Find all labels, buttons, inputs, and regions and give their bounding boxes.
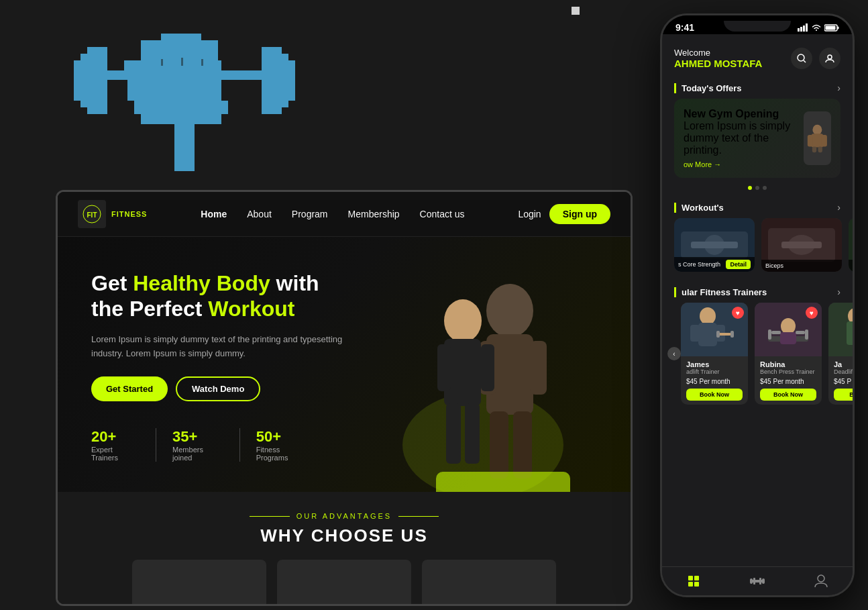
- svg-line-44: [804, 60, 806, 62]
- svg-point-73: [781, 318, 796, 334]
- trainer-rubina-book-btn[interactable]: Book Now: [760, 389, 816, 401]
- trainers-section-header: ular Fitness Trainers ›: [662, 281, 853, 303]
- trainer-card-ja[interactable]: Ja Deadlif $45 P Boo: [828, 303, 853, 405]
- status-time: 9:41: [675, 22, 694, 33]
- trainer-james-book-btn[interactable]: Book Now: [686, 389, 743, 401]
- stat-programs-label: Fitness Programs: [256, 446, 312, 462]
- offer-banner[interactable]: New Gym Opening Lorem Ipsum is simply du…: [674, 99, 840, 178]
- adv-card-3: [422, 560, 556, 604]
- offer-title: New Gym Opening: [684, 108, 804, 120]
- svg-rect-38: [803, 26, 805, 32]
- svg-rect-19: [174, 124, 195, 171]
- laptop-screen: FIT FITNESS Home About Program Membershi…: [58, 192, 631, 604]
- svg-point-43: [798, 54, 804, 61]
- svg-rect-76: [796, 331, 805, 334]
- offer-cta[interactable]: ow More →: [684, 160, 804, 168]
- workout-card-2[interactable]: Biceps: [761, 218, 842, 272]
- trainer-card-james[interactable]: ♥ James adlift Trainer $45 Per month Boo…: [681, 303, 748, 405]
- svg-rect-88: [762, 578, 765, 584]
- nav-logo: FIT FITNESS: [78, 200, 147, 228]
- trainer-james-role: adlift Trainer: [686, 368, 743, 375]
- phone-greeting: Welcome AHMED MOSTAFA: [674, 48, 762, 69]
- nav-links: Home About Program Membership Contact us: [201, 209, 464, 219]
- svg-rect-48: [808, 134, 813, 146]
- workouts-chevron[interactable]: ›: [837, 202, 840, 213]
- svg-rect-18: [201, 59, 203, 66]
- svg-rect-8: [161, 34, 181, 60]
- decorative-square: [572, 7, 580, 15]
- workout-nav-icon: [750, 574, 765, 589]
- watch-demo-button[interactable]: Watch Demo: [176, 376, 260, 401]
- phone-mockup: 9:41: [660, 13, 855, 597]
- svg-rect-49: [822, 134, 827, 146]
- svg-rect-9: [181, 34, 201, 60]
- svg-rect-81: [847, 321, 853, 345]
- trainer-ja-book-btn[interactable]: Boo: [834, 389, 853, 401]
- stat-trainers: 20+ Expert Trainers: [91, 428, 156, 462]
- svg-rect-27: [490, 411, 508, 478]
- trainer-james-favorite[interactable]: ♥: [732, 307, 744, 319]
- profile-button[interactable]: [819, 48, 840, 69]
- svg-rect-28: [513, 411, 532, 478]
- svg-rect-15: [124, 60, 138, 77]
- signup-button[interactable]: Sign up: [549, 204, 610, 224]
- trainer-rubina-image: ♥: [755, 303, 822, 356]
- phone-header: Welcome AHMED MOSTAFA: [662, 41, 853, 77]
- advantages-label: OUR ADVANTAGES: [91, 512, 597, 520]
- offers-title: Today's Offers: [674, 83, 742, 93]
- search-button[interactable]: [791, 48, 812, 69]
- workout-card-3[interactable]: Shoulders: [849, 218, 853, 272]
- pixel-art-icon: [67, 7, 302, 174]
- workout-card-3-label: Shoulders: [849, 260, 853, 272]
- svg-point-91: [818, 575, 824, 582]
- trainer-card-rubina[interactable]: ♥ Rubina Bench Press Trainer $45 Per mon…: [755, 303, 822, 405]
- get-started-button[interactable]: Get Started: [91, 376, 168, 401]
- offers-chevron[interactable]: ›: [837, 83, 840, 93]
- nav-contact[interactable]: Contact us: [420, 209, 465, 219]
- trainer-cards-list: ‹ ♥: [662, 303, 853, 405]
- nav-about[interactable]: About: [247, 209, 272, 219]
- svg-rect-77: [768, 329, 771, 340]
- svg-rect-35: [436, 472, 570, 492]
- hero-title-highlight2: Workout: [208, 297, 294, 321]
- svg-rect-90: [759, 578, 761, 584]
- svg-rect-83: [694, 576, 699, 580]
- bottom-nav-profile[interactable]: [814, 574, 828, 589]
- trainer-rubina-favorite[interactable]: ♥: [806, 307, 818, 319]
- svg-rect-37: [800, 27, 802, 32]
- home-nav-icon: [686, 574, 701, 589]
- svg-rect-85: [694, 582, 699, 587]
- svg-rect-41: [838, 26, 839, 29]
- workout-card-1[interactable]: s Core Strength Detail: [674, 218, 755, 272]
- nav-home[interactable]: Home: [201, 209, 227, 219]
- login-button[interactable]: Login: [518, 209, 541, 219]
- nav-membership[interactable]: Membership: [348, 209, 400, 219]
- offer-dots: [662, 186, 853, 190]
- trainer-prev-btn[interactable]: ‹: [667, 347, 681, 360]
- trainer-rubina-price: $45 Per month: [760, 378, 816, 385]
- workout-1-detail-btn[interactable]: Detail: [726, 260, 751, 269]
- svg-rect-86: [751, 580, 763, 582]
- workout-cards-list: s Core Strength Detail Biceps: [662, 218, 853, 272]
- svg-rect-26: [530, 341, 547, 395]
- bottom-nav-home[interactable]: [686, 574, 701, 589]
- svg-point-23: [486, 284, 533, 338]
- background-area: [0, 0, 584, 188]
- svg-rect-66: [690, 325, 700, 342]
- advantages-cards: [91, 560, 597, 604]
- bottom-nav-workout[interactable]: [750, 574, 765, 589]
- hero-image: [356, 237, 610, 492]
- trainer-james-info: James adlift Trainer $45 Per month Book …: [681, 356, 748, 405]
- svg-rect-55: [691, 242, 738, 248]
- nav-program[interactable]: Program: [292, 209, 328, 219]
- svg-rect-31: [437, 344, 451, 391]
- trainer-ja-role: Deadlif: [834, 368, 853, 375]
- trainer-ja-image: [828, 303, 853, 356]
- advantages-section: OUR ADVANTAGES WHY CHOOSE US: [58, 492, 631, 604]
- svg-rect-59: [781, 242, 822, 248]
- trainers-chevron[interactable]: ›: [837, 287, 840, 297]
- search-icon: [797, 54, 806, 63]
- trainer-rubina-info: Rubina Bench Press Trainer $45 Per month…: [755, 356, 822, 405]
- svg-rect-33: [446, 403, 461, 464]
- svg-rect-5: [287, 60, 295, 101]
